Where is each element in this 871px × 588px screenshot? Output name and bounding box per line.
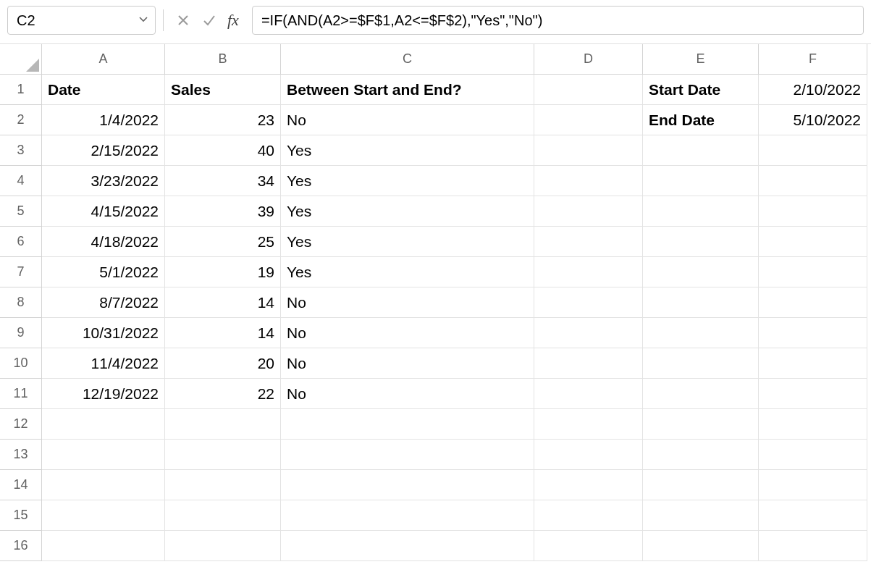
cell-B9[interactable]: 14: [165, 318, 281, 348]
cell-B10[interactable]: 20: [165, 348, 281, 379]
cell[interactable]: [534, 500, 643, 531]
row-header[interactable]: 14: [0, 470, 42, 500]
row-header[interactable]: 5: [0, 196, 42, 227]
cell-D4[interactable]: [534, 166, 643, 196]
col-header-B[interactable]: B: [165, 44, 281, 75]
row-header[interactable]: 10: [0, 348, 42, 379]
cell-C11[interactable]: No: [281, 379, 534, 409]
select-all-corner[interactable]: [0, 44, 42, 75]
cell-F2[interactable]: 5/10/2022: [759, 105, 867, 135]
cell-A1[interactable]: Date: [42, 75, 165, 105]
cell[interactable]: [759, 440, 867, 470]
cell[interactable]: [534, 470, 643, 500]
row-header[interactable]: 7: [0, 257, 42, 287]
row-header[interactable]: 1: [0, 75, 42, 105]
cell-B8[interactable]: 14: [165, 287, 281, 318]
cell-E3[interactable]: [643, 135, 759, 166]
cell-F5[interactable]: [759, 196, 867, 227]
cell[interactable]: [165, 500, 281, 531]
cell-D7[interactable]: [534, 257, 643, 287]
cell-A10[interactable]: 11/4/2022: [42, 348, 165, 379]
cell-C7[interactable]: Yes: [281, 257, 534, 287]
cell-F9[interactable]: [759, 318, 867, 348]
col-header-C[interactable]: C: [281, 44, 534, 75]
cell[interactable]: [42, 409, 165, 440]
cell-D11[interactable]: [534, 379, 643, 409]
cell[interactable]: [759, 409, 867, 440]
cell-D3[interactable]: [534, 135, 643, 166]
cell-A8[interactable]: 8/7/2022: [42, 287, 165, 318]
cell-F4[interactable]: [759, 166, 867, 196]
cell[interactable]: [534, 531, 643, 561]
cell-F8[interactable]: [759, 287, 867, 318]
cell-B3[interactable]: 40: [165, 135, 281, 166]
cell-D6[interactable]: [534, 227, 643, 257]
cell-C4[interactable]: Yes: [281, 166, 534, 196]
cell-F11[interactable]: [759, 379, 867, 409]
cell[interactable]: [42, 531, 165, 561]
cell-C9[interactable]: No: [281, 318, 534, 348]
cell[interactable]: [759, 470, 867, 500]
cell-E4[interactable]: [643, 166, 759, 196]
row-header[interactable]: 13: [0, 440, 42, 470]
cell-E8[interactable]: [643, 287, 759, 318]
row-header[interactable]: 4: [0, 166, 42, 196]
cell-E7[interactable]: [643, 257, 759, 287]
row-header[interactable]: 11: [0, 379, 42, 409]
cell[interactable]: [759, 500, 867, 531]
row-header[interactable]: 6: [0, 227, 42, 257]
cell-B2[interactable]: 23: [165, 105, 281, 135]
cell-E6[interactable]: [643, 227, 759, 257]
cell-C5[interactable]: Yes: [281, 196, 534, 227]
cell[interactable]: [42, 440, 165, 470]
col-header-F[interactable]: F: [759, 44, 867, 75]
cell-F10[interactable]: [759, 348, 867, 379]
cell[interactable]: [42, 500, 165, 531]
cell-F7[interactable]: [759, 257, 867, 287]
cell-B4[interactable]: 34: [165, 166, 281, 196]
formula-input[interactable]: =IF(AND(A2>=$F$1,A2<=$F$2),"Yes","No"): [252, 6, 864, 35]
cell[interactable]: [281, 500, 534, 531]
cell-A6[interactable]: 4/18/2022: [42, 227, 165, 257]
cell[interactable]: [281, 531, 534, 561]
cell[interactable]: [165, 531, 281, 561]
col-header-A[interactable]: A: [42, 44, 165, 75]
cell[interactable]: [643, 440, 759, 470]
cell-E11[interactable]: [643, 379, 759, 409]
cell-C2[interactable]: No: [281, 105, 534, 135]
row-header[interactable]: 12: [0, 409, 42, 440]
cell[interactable]: [534, 409, 643, 440]
cell-D1[interactable]: [534, 75, 643, 105]
cell[interactable]: [643, 500, 759, 531]
row-header[interactable]: 15: [0, 500, 42, 531]
enter-icon[interactable]: [201, 12, 217, 28]
cell-A3[interactable]: 2/15/2022: [42, 135, 165, 166]
cell-B6[interactable]: 25: [165, 227, 281, 257]
cell-D9[interactable]: [534, 318, 643, 348]
cell-A11[interactable]: 12/19/2022: [42, 379, 165, 409]
cell[interactable]: [165, 409, 281, 440]
name-box[interactable]: C2: [7, 6, 156, 35]
cell[interactable]: [643, 470, 759, 500]
cell[interactable]: [165, 470, 281, 500]
cell-A2[interactable]: 1/4/2022: [42, 105, 165, 135]
col-header-E[interactable]: E: [643, 44, 759, 75]
cell-C6[interactable]: Yes: [281, 227, 534, 257]
cell-C1[interactable]: Between Start and End?: [281, 75, 534, 105]
cell[interactable]: [42, 470, 165, 500]
cell-E2[interactable]: End Date: [643, 105, 759, 135]
cell-D10[interactable]: [534, 348, 643, 379]
cancel-icon[interactable]: [175, 12, 191, 28]
row-header[interactable]: 2: [0, 105, 42, 135]
cell[interactable]: [643, 531, 759, 561]
cell-E5[interactable]: [643, 196, 759, 227]
cell-C3[interactable]: Yes: [281, 135, 534, 166]
cell-C8[interactable]: No: [281, 287, 534, 318]
cell-B11[interactable]: 22: [165, 379, 281, 409]
col-header-D[interactable]: D: [534, 44, 643, 75]
cell-F6[interactable]: [759, 227, 867, 257]
cell[interactable]: [281, 470, 534, 500]
cell-D8[interactable]: [534, 287, 643, 318]
cell-B1[interactable]: Sales: [165, 75, 281, 105]
cell-E1[interactable]: Start Date: [643, 75, 759, 105]
